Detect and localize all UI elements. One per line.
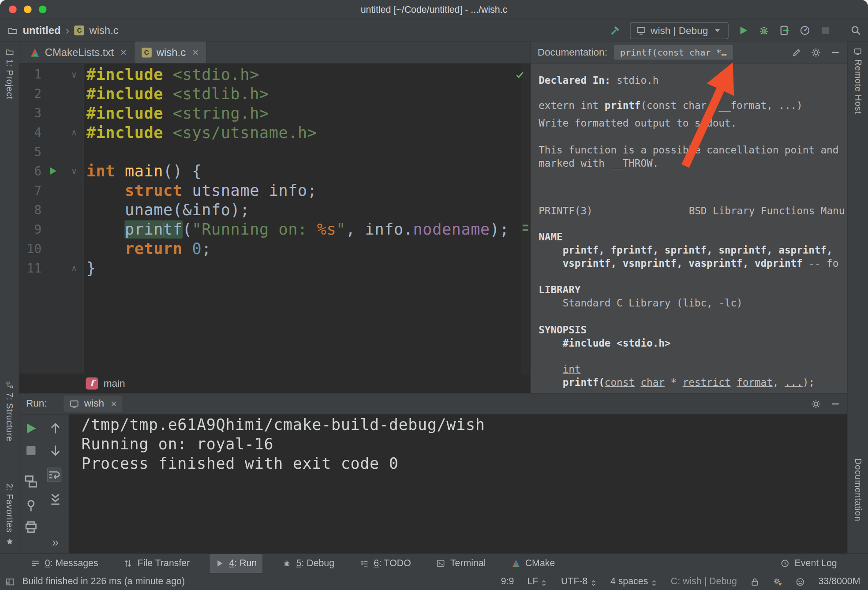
toolwindow-button-debug[interactable]: 5: Debug — [277, 554, 340, 573]
toolwindow-button-todo[interactable]: 6: TODO — [354, 554, 416, 573]
code-editor[interactable]: 1∨#include <stdio.h>2#include <stdlib.h>… — [19, 63, 530, 373]
fold-marker-icon[interactable]: ∨ — [65, 161, 84, 181]
run-tab[interactable]: wish × — [64, 396, 122, 412]
sidebar-item-structure[interactable]: 7: Structure — [0, 380, 19, 441]
print-button[interactable] — [24, 520, 38, 534]
code-line[interactable]: 4∧#include <sys/utsname.h> — [19, 123, 530, 142]
toolwindow-button-run[interactable]: 4: Run — [210, 554, 262, 573]
stop-button[interactable] — [820, 25, 831, 36]
doc-link[interactable]: char — [640, 376, 664, 388]
pin-tab-button[interactable] — [24, 499, 38, 513]
doc-link[interactable]: restrict — [683, 376, 731, 388]
window-title: untitled [~/Code/untitled] - .../wish.c — [0, 0, 868, 19]
code-line[interactable]: 9 printf("Running on: %s", info.nodename… — [19, 220, 530, 239]
line-separator-select[interactable]: LF — [528, 576, 548, 587]
caret-position[interactable]: 9:9 — [501, 576, 514, 587]
scroll-up-button[interactable] — [48, 421, 63, 436]
status-face-icon[interactable] — [796, 577, 805, 586]
code-line[interactable]: 8 uname(&info); — [19, 200, 530, 220]
gutter-run-cell — [46, 200, 65, 220]
rerun-button[interactable] — [24, 421, 38, 436]
doc-row: extern int printf(const char *__format, … — [539, 99, 845, 112]
fold-marker-icon[interactable]: ∧ — [65, 123, 84, 142]
toolwindow-button-filetransfer[interactable]: File Transfer — [118, 554, 195, 573]
sidebar-item-favorites[interactable]: 2: Favorites — [0, 483, 19, 545]
gear-update-icon[interactable] — [773, 577, 782, 586]
toolwindow-toggle-icon[interactable] — [6, 577, 15, 586]
doc-row: NAME — [539, 230, 845, 243]
doc-tab[interactable]: printf(const char *… — [614, 45, 733, 60]
stripe-label: 2: Favorites — [4, 483, 15, 533]
doc-row: printf, fprintf, sprintf, snprintf, aspr… — [539, 243, 845, 257]
toolwindow-button-cmake[interactable]: CMake — [506, 554, 561, 573]
hide-panel-icon[interactable] — [831, 47, 841, 57]
scroll-to-end-button[interactable] — [48, 492, 63, 507]
doc-link[interactable]: ... — [785, 376, 803, 388]
fold-marker-icon[interactable]: ∨ — [65, 65, 84, 84]
close-icon[interactable]: × — [192, 46, 198, 59]
profiler-button[interactable] — [799, 25, 810, 36]
doc-link[interactable]: format — [737, 376, 773, 388]
titlebar[interactable]: untitled [~/Code/untitled] - .../wish.c — [0, 0, 868, 19]
code-line[interactable]: 1∨#include <stdio.h> — [19, 65, 530, 84]
code-line[interactable]: 2#include <stdlib.h> — [19, 84, 530, 104]
scrollbar-highlight-mark — [523, 229, 528, 231]
soft-wrap-button[interactable] — [47, 468, 62, 482]
doc-row: PRINTF(3)BSD Library Functions Manu — [539, 204, 845, 217]
breadcrumb-file[interactable]: wish.c — [89, 24, 118, 37]
fold-marker-icon[interactable]: ∧ — [65, 258, 84, 278]
gear-icon[interactable] — [811, 47, 821, 57]
search-icon[interactable] — [850, 25, 861, 36]
documentation-panel: Documentation: printf(const char *… Decl… — [530, 41, 847, 393]
restore-layout-button[interactable] — [24, 474, 38, 489]
memory-indicator[interactable]: 33/8000M — [819, 576, 861, 587]
status-message[interactable]: Build finished in 226 ms (a minute ago) — [22, 576, 185, 587]
doc-link[interactable]: int — [563, 363, 581, 374]
run-config-select[interactable]: wish | Debug — [630, 22, 729, 39]
toolwindow-button-messages[interactable]: 0: Messages — [26, 554, 104, 573]
zoom-window-button[interactable] — [39, 6, 47, 14]
sidebar-item-remote-host[interactable]: Remote Host — [848, 47, 868, 114]
close-window-button[interactable] — [9, 6, 17, 14]
build-hammer-icon[interactable] — [610, 25, 621, 36]
close-icon[interactable]: × — [120, 46, 127, 59]
code-line[interactable]: 10 return 0; — [19, 239, 530, 258]
updown-icon — [541, 578, 548, 585]
tab-wishc[interactable]: C wish.c × — [135, 41, 206, 63]
close-icon[interactable]: × — [111, 398, 117, 410]
inspections-ok-icon[interactable] — [514, 69, 525, 80]
toolwindow-button-event-log[interactable]: Event Log — [775, 554, 843, 573]
stop-button[interactable] — [24, 443, 38, 458]
encoding-select[interactable]: UTF-8 — [561, 576, 597, 587]
gutter-run-cell — [46, 65, 65, 84]
indent-select[interactable]: 4 spaces — [610, 576, 658, 587]
breadcrumb-function[interactable]: main — [104, 378, 125, 389]
scroll-down-button[interactable] — [48, 443, 63, 458]
gear-icon[interactable] — [811, 399, 821, 409]
console-output[interactable]: /tmp/tmp.e61A9Qhimi/cmake-build-debug/wi… — [69, 414, 847, 553]
more-options-button[interactable]: » — [48, 535, 63, 550]
run-button[interactable] — [738, 25, 749, 36]
doc-link[interactable]: const — [605, 376, 635, 388]
run-line-icon[interactable] — [50, 167, 56, 175]
lock-icon[interactable] — [750, 577, 760, 586]
debug-button[interactable] — [758, 25, 769, 36]
updown-icon — [590, 578, 597, 585]
code-line[interactable]: 7 struct utsname info; — [19, 181, 530, 200]
event-log-icon — [781, 559, 789, 568]
sidebar-item-project[interactable]: 1: Project — [0, 47, 19, 100]
edit-source-icon[interactable] — [792, 47, 802, 57]
code-line[interactable]: 5 — [19, 142, 530, 162]
sidebar-item-documentation[interactable]: Documentation — [848, 458, 868, 521]
coverage-button[interactable] — [779, 25, 790, 36]
toolwindow-button-terminal[interactable]: Terminal — [431, 554, 491, 573]
breadcrumb-project[interactable]: untitled — [22, 24, 60, 37]
code-line[interactable]: 11∧} — [19, 258, 530, 278]
code-line[interactable]: 6∨int main() { — [19, 161, 530, 181]
resolve-context[interactable]: C: wish | Debug — [671, 576, 737, 587]
code-line[interactable]: 3#include <string.h> — [19, 104, 530, 123]
minimize-window-button[interactable] — [24, 6, 32, 14]
hide-panel-icon[interactable] — [831, 399, 841, 409]
tab-cmakelists[interactable]: CMakeLists.txt × — [22, 41, 134, 63]
gutter-run-cell[interactable] — [46, 161, 65, 181]
